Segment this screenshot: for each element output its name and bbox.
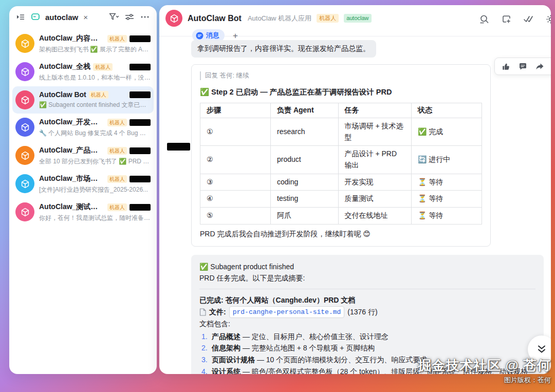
contains-label: 文档包含: — [199, 318, 535, 330]
chat-subtitle: AutoClaw 机器人应用 — [248, 14, 311, 23]
conversation-name: AutoClaw_开发总监 — [39, 118, 105, 127]
conversation-name: AutoClaw_产品总监 — [39, 146, 105, 155]
bot-tag: 机器人 — [107, 175, 127, 183]
watermark-copyright: 图片版权：苍何 — [418, 376, 551, 385]
redacted-timestamp — [130, 91, 151, 98]
settings-gear-icon[interactable] — [545, 13, 551, 25]
conversation-preview: [文件]AI行业趋势研究报告_2025-2026... — [39, 185, 151, 194]
table-row: ⑤ 阿爪 交付在线地址 ⏳ 等待 — [200, 208, 482, 225]
cell-status: ⏳ 等待 — [411, 191, 482, 208]
search-in-chat-icon[interactable] — [478, 13, 490, 25]
cell-task: 开发实现 — [338, 174, 411, 191]
cell-step: ⑤ — [200, 208, 271, 225]
cell-step: ④ — [200, 191, 271, 208]
cell-step: ② — [200, 146, 271, 174]
conversation-sidebar: autoclaw × AutoClaw_内容总监机器人 架构图已发到飞书 ✅ 展… — [9, 6, 157, 374]
conversation-item[interactable]: AutoClaw_产品总监机器人 全部 10 部分已发到你飞书了 ✅ PRD 太… — [12, 142, 154, 170]
conversation-preview: 架构图已发到飞书 ✅ 展示了完整的 Age... — [39, 45, 151, 54]
conversation-list: AutoClaw_内容总监机器人 架构图已发到飞书 ✅ 展示了完整的 Age..… — [9, 28, 157, 229]
conversation-preview: 你好，苍何！我是测试总监，随时准备接... — [39, 214, 151, 222]
new-chat-icon[interactable] — [501, 13, 512, 25]
reply-quote[interactable]: 回复 苍何: 继续 — [200, 71, 482, 80]
cell-task: 质量测试 — [338, 191, 411, 208]
summary-status-line: ✅ Subagent product finished — [199, 261, 535, 273]
conversation-item-selected[interactable]: AutoClaw Bot机器人 ✅ Subagent content finis… — [12, 86, 154, 114]
comment-icon[interactable] — [518, 62, 527, 71]
chat-window: AutoClaw Bot AutoClaw 机器人应用 机器人 autoclaw… — [159, 5, 551, 374]
chat-bot-avatar — [165, 10, 182, 27]
bot-cube-avatar — [15, 34, 34, 53]
conversation-name: AutoClaw Bot — [39, 90, 86, 99]
double-chevron-down-icon — [536, 344, 547, 355]
table-row: ① research 市场调研 + 技术选型 ✅ 完成 — [200, 118, 482, 146]
scroll-to-bottom-button[interactable] — [528, 335, 551, 363]
table-row: ④ testing 质量测试 ⏳ 等待 — [200, 191, 482, 208]
file-line-count: (1376 行) — [347, 306, 377, 318]
col-header: 步骤 — [200, 103, 271, 118]
collapse-sidebar-icon[interactable] — [14, 11, 26, 23]
cell-task: 市场调研 + 技术选型 — [338, 118, 411, 146]
cell-step: ① — [200, 118, 271, 146]
conversation-preview: 🔧 个人网站 Bug 修复完成 4 个 Bug 全... — [39, 129, 151, 138]
redacted-timestamp — [130, 176, 151, 182]
summary-list-item: 1.产品概述 — 定位、目标用户、核心价值主张、设计理念 — [199, 331, 535, 343]
after-table-note: PRD 完成后我会自动推进到开发阶段，继续盯着呢 😊 — [200, 230, 482, 239]
chat-header: AutoClaw Bot AutoClaw 机器人应用 机器人 autoclaw… — [159, 5, 551, 36]
conversation-preview: 全部 10 部分已发到你飞书了 ✅ PRD 太... — [39, 157, 151, 166]
conversation-item[interactable]: AutoClaw_市场总监机器人 [文件]AI行业趋势研究报告_2025-202… — [12, 170, 154, 198]
file-icon — [199, 308, 206, 316]
bot-tag: 机器人 — [107, 35, 127, 43]
step-heading: ✅ Step 2 已启动 — 产品总监正在基于调研报告设计 PRD — [200, 87, 482, 97]
sidebar-header: autoclaw × — [9, 6, 157, 28]
cell-task: 交付在线地址 — [338, 208, 411, 225]
conversation-preview: ✅ Subagent content finished 文章已完... — [39, 101, 151, 109]
steps-table: 步骤 负责 Agent 任务 状态 ① research 市场调研 + 技术选型… — [200, 103, 482, 225]
cell-agent: 阿爪 — [271, 208, 339, 225]
redacted-timestamp — [130, 35, 151, 42]
conversation-item[interactable]: AutoClaw_内容总监机器人 架构图已发到飞书 ✅ 展示了完整的 Age..… — [12, 30, 154, 58]
redacted-sender-label — [167, 143, 190, 151]
subagent-summary-card: ✅ Subagent product finished PRD 任务完成。以下是… — [191, 255, 544, 374]
redacted-timestamp — [130, 204, 151, 211]
cell-status: ⏳ 等待 — [411, 208, 482, 225]
summary-list-item: 2.信息架构 — 完整站点地图 + 8 个导航项 + 页脚结构 — [199, 342, 535, 354]
bot-tag: 机器人 — [107, 203, 127, 211]
forward-icon[interactable] — [535, 62, 544, 71]
cell-status: 🔄 进行中 — [411, 146, 482, 174]
file-name-chip[interactable]: prd-canghe-personal-site.md — [229, 306, 345, 318]
redacted-timestamp — [130, 119, 151, 126]
topic-chat-icon — [30, 11, 41, 23]
col-header: 负责 Agent — [271, 103, 339, 118]
conversation-preview: 线上版本也是 1.0.10，和本地一样，没有... — [39, 73, 151, 82]
summary-intro-line: PRD 任务完成。以下是完成摘要: — [199, 272, 535, 284]
cell-agent: coding — [271, 174, 339, 191]
summary-list: 1.产品概述 — 定位、目标用户、核心价值主张、设计理念 2.信息架构 — 完整… — [199, 331, 535, 374]
bot-tag: 机器人 — [317, 14, 339, 23]
summary-list-item: 3.页面设计规格 — 10 个页面的详细模块划分、交互行为、响应式要求 — [199, 354, 535, 366]
app-tag: autoclaw — [344, 14, 371, 23]
thumbs-up-icon[interactable] — [501, 62, 510, 71]
bot-message-card: 回复 苍何: 继续 ✅ Step 2 已启动 — 产品总监正在基于调研报告设计 … — [191, 64, 491, 247]
conversation-item[interactable]: AutoClaw_开发总监机器人 🔧 个人网站 Bug 修复完成 4 个 Bug… — [12, 114, 154, 142]
conversation-name: AutoClaw_市场总监 — [39, 174, 105, 183]
bot-cube-avatar — [15, 90, 34, 109]
col-header: 任务 — [338, 103, 411, 118]
cell-agent: product — [271, 146, 339, 174]
read-status-icon[interactable] — [523, 13, 534, 25]
bot-tag: 机器人 — [107, 119, 127, 126]
chat-message-area[interactable]: 拿到调研报告了，内容很详实。现在派发给产品总监。 回复 苍何: 继续 ✅ Ste… — [159, 37, 551, 374]
workspace-title: autoclaw — [45, 13, 78, 22]
conversation-item[interactable]: AutoClaw_测试总监机器人 你好，苍何！我是测试总监，随时准备接... — [12, 198, 154, 227]
bot-cube-avatar — [15, 62, 34, 81]
conversation-name: AutoClaw_全栈 — [39, 62, 90, 71]
bot-cube-avatar — [15, 146, 34, 165]
file-label: 文件: — [209, 306, 226, 318]
more-options-icon[interactable] — [139, 11, 151, 23]
conversation-name: AutoClaw_测试总监 — [39, 202, 105, 212]
filter-icon[interactable] — [108, 11, 120, 23]
settings-sliders-icon[interactable] — [124, 11, 135, 23]
close-filter-icon[interactable]: × — [83, 13, 88, 22]
bot-tag: 机器人 — [89, 91, 108, 99]
conversation-item[interactable]: AutoClaw_全栈机器人 线上版本也是 1.0.10，和本地一样，没有... — [12, 58, 154, 86]
table-row: ③ coding 开发实现 ⏳ 等待 — [200, 174, 482, 191]
